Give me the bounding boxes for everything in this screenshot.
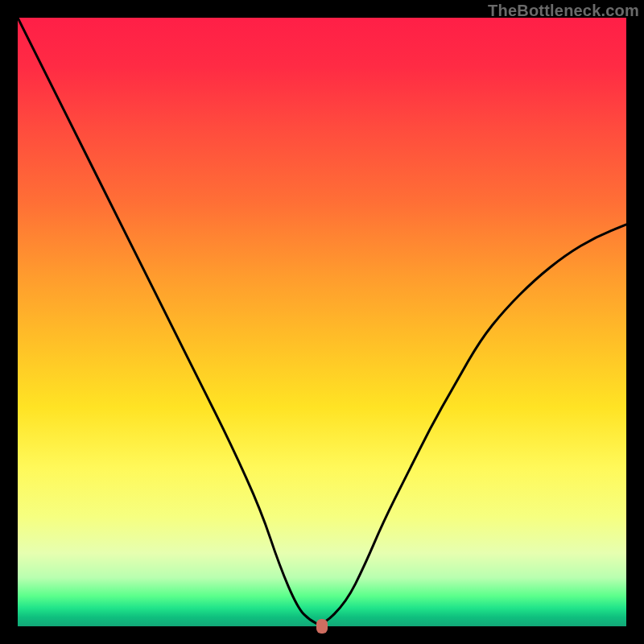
chart-frame: TheBottleneck.com: [0, 0, 644, 644]
plot-area: [18, 18, 626, 626]
watermark-label: TheBottleneck.com: [488, 2, 639, 20]
minimum-marker: [316, 619, 328, 634]
curve-line: [18, 18, 626, 626]
